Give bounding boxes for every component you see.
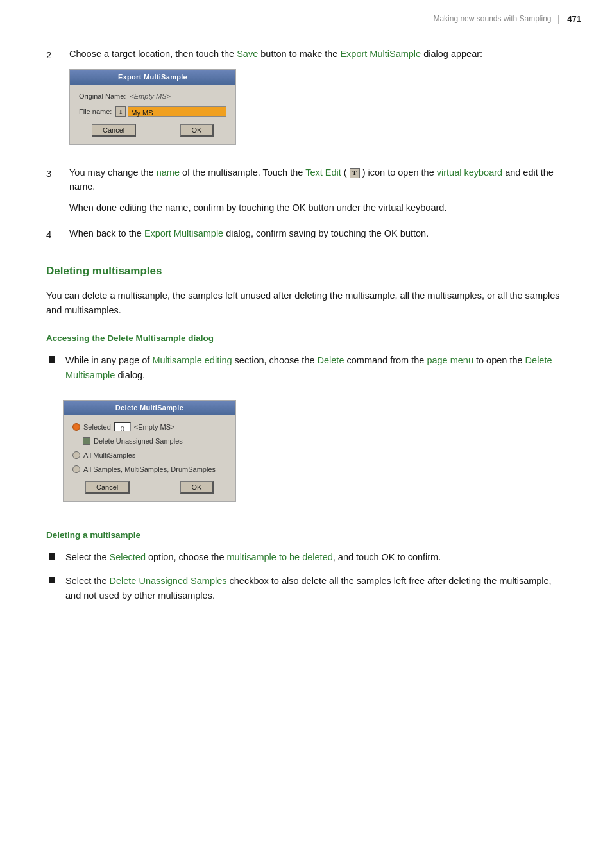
accessing-bullet-text: While in any page of Multisample editing…	[65, 353, 566, 383]
delete-ok-button[interactable]: OK	[180, 481, 214, 494]
all-samples-row: All Samples, MultiSamples, DrumSamples	[72, 464, 226, 475]
step-4-number: 4	[46, 226, 69, 242]
bullet-delete-unassigned-text: Select the Delete Unassigned Samples che…	[65, 574, 566, 603]
header-separator: |	[556, 12, 560, 26]
export-cancel-button[interactable]: Cancel	[92, 124, 136, 137]
all-multisamples-label: All MultiSamples	[83, 450, 135, 461]
delete-dialog-buttons: Cancel OK	[72, 479, 226, 496]
file-name-row: File name: T My MS	[79, 106, 226, 117]
step-4-content: When back to the Export Multisample dial…	[69, 226, 566, 240]
export-multisample-term: Export MultiSample	[340, 49, 421, 59]
step-4-text: When back to the Export Multisample dial…	[69, 226, 566, 240]
bullet-square-icon-2	[49, 553, 55, 560]
all-samples-radio[interactable]	[72, 465, 80, 473]
step-3-sub: When done editing the name, confirm by t…	[69, 201, 566, 215]
delete-multisample-term: Delete Multisample	[65, 355, 552, 380]
save-term: Save	[237, 49, 258, 59]
multisample-delete-term: multisample to be deleted	[227, 552, 333, 562]
step-2-number: 2	[46, 47, 69, 62]
header-title: Making new sounds with Sampling	[433, 13, 551, 25]
step-3: 3 You may change the name of the multisa…	[46, 165, 566, 215]
virtual-keyboard-term: virtual keyboard	[437, 167, 502, 178]
main-content: 2 Choose a target location, then touch t…	[0, 31, 612, 638]
empty-ms-value: <Empty MS>	[134, 422, 175, 433]
delete-unassigned-row: Delete Unassigned Samples	[72, 436, 226, 447]
deleting-a-subheading: Deleting a multisample	[46, 529, 566, 542]
accessing-subheading: Accessing the Delete Multisample dialog	[46, 332, 566, 346]
original-name-label: Original Name:	[79, 91, 126, 102]
step-2-text: Choose a target location, then touch the…	[69, 47, 566, 61]
all-multisamples-radio[interactable]	[72, 451, 80, 459]
delete-multisample-dialog: Delete MultiSample Selected 0 <Empty MS>…	[63, 400, 236, 502]
bullet-selected-option: Select the Selected option, choose the m…	[46, 550, 566, 565]
step-4: 4 When back to the Export Multisample di…	[46, 226, 566, 242]
export-multisample-term-2: Export Multisample	[144, 228, 223, 238]
dialog-buttons: Cancel OK	[79, 122, 226, 139]
export-ok-button[interactable]: OK	[180, 124, 214, 137]
selected-option-row: Selected 0 <Empty MS>	[72, 422, 226, 433]
text-edit-term: Text Edit	[305, 167, 341, 178]
name-term: name	[157, 167, 180, 178]
step-3-text: You may change the name of the multisamp…	[69, 165, 566, 194]
step-3-number: 3	[46, 165, 69, 181]
file-name-field[interactable]: My MS	[128, 106, 226, 117]
text-edit-inline-icon: T	[350, 168, 360, 178]
all-samples-label: All Samples, MultiSamples, DrumSamples	[83, 464, 216, 475]
step-3-content: You may change the name of the multisamp…	[69, 165, 566, 215]
accessing-bullet-item: While in any page of Multisample editing…	[46, 353, 566, 383]
bullet-delete-unassigned: Select the Delete Unassigned Samples che…	[46, 574, 566, 603]
file-name-input-area: T My MS	[115, 106, 226, 117]
export-multisample-dialog: Export MultiSample Original Name: <Empty…	[69, 69, 236, 145]
file-name-label: File name:	[79, 106, 112, 117]
delete-cancel-button[interactable]: Cancel	[85, 481, 130, 494]
bullet-square-icon	[49, 356, 55, 363]
page-number: 471	[567, 13, 581, 26]
selected-radio[interactable]	[72, 423, 80, 431]
delete-unassigned-checkbox[interactable]	[83, 437, 90, 445]
delete-dialog-body: Selected 0 <Empty MS> Delete Unassigned …	[64, 415, 235, 501]
dialog-body: Original Name: <Empty MS> File name: T M…	[70, 85, 235, 144]
deleting-paragraph: You can delete a multisample, the sample…	[46, 288, 566, 318]
page-header: Making new sounds with Sampling | 471	[0, 0, 612, 31]
delete-dialog-title: Delete MultiSample	[64, 401, 235, 415]
step-2-content: Choose a target location, then touch the…	[69, 47, 566, 154]
delete-unassigned-label: Delete Unassigned Samples	[94, 436, 183, 447]
ms-dropdown[interactable]: 0	[114, 422, 131, 431]
delete-unassigned-term: Delete Unassigned Samples	[110, 576, 227, 586]
original-name-row: Original Name: <Empty MS>	[79, 91, 226, 102]
multisample-editing-term: Multisample editing	[152, 355, 232, 365]
deleting-section-heading: Deleting multisamples	[46, 263, 566, 280]
text-edit-icon[interactable]: T	[115, 106, 126, 117]
selected-term: Selected	[110, 552, 146, 562]
page-menu-term: page menu	[427, 355, 473, 365]
original-name-value: <Empty MS>	[130, 91, 171, 102]
dialog-title: Export MultiSample	[70, 70, 235, 85]
step-2: 2 Choose a target location, then touch t…	[46, 47, 566, 154]
bullet-square-icon-3	[49, 577, 55, 583]
delete-term: Delete	[318, 355, 344, 365]
bullet-selected-text: Select the Selected option, choose the m…	[65, 550, 566, 565]
all-multisamples-row: All MultiSamples	[72, 450, 226, 461]
selected-label: Selected	[83, 422, 111, 433]
